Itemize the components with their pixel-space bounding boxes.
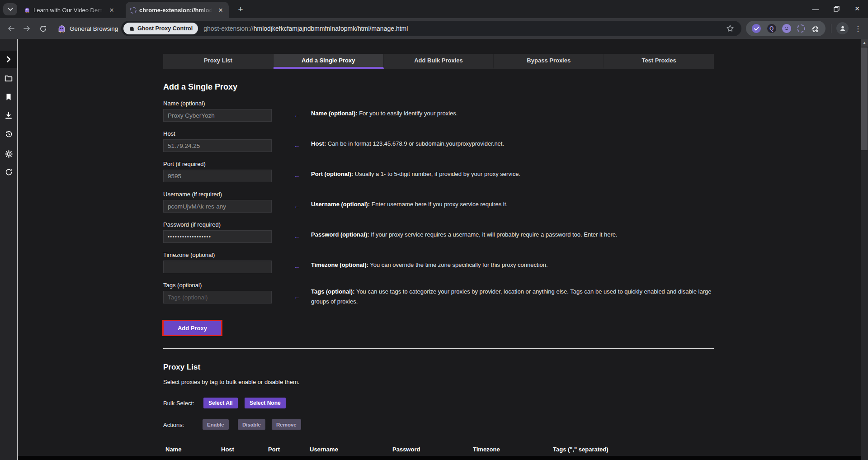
restore-icon <box>834 6 840 12</box>
username-input[interactable] <box>163 200 272 213</box>
folder-icon <box>5 75 13 82</box>
sidebar-refresh-button[interactable] <box>0 165 17 179</box>
reload-icon <box>39 25 47 33</box>
forward-button[interactable] <box>21 23 33 34</box>
col-password: Password <box>392 446 420 453</box>
tab-proxy-list[interactable]: Proxy List <box>163 54 274 69</box>
tags-field-group: Tags (optional) <box>163 282 272 304</box>
back-arrow-icon <box>7 25 15 32</box>
sidebar-downloads-button[interactable] <box>0 109 17 122</box>
password-label: Password (if required) <box>163 221 272 228</box>
tab-add-single-proxy[interactable]: Add a Single Proxy <box>274 54 384 69</box>
timezone-label: Timezone (optional) <box>163 251 272 258</box>
table-row-strip <box>18 456 861 460</box>
col-host: Host <box>221 446 234 453</box>
sidebar-expand-button[interactable] <box>0 52 17 66</box>
left-arrow-icon: ← <box>292 293 302 300</box>
extensions-puzzle-icon[interactable] <box>811 24 820 33</box>
new-tab-button[interactable]: + <box>235 4 246 15</box>
password-help-text: Password (optional): If your proxy servi… <box>311 230 714 240</box>
dashed-circle-extension-icon[interactable] <box>797 24 805 33</box>
page-scrollbar[interactable]: ▲ <box>861 39 868 460</box>
dashed-circle-favicon-icon <box>130 7 137 14</box>
content-column: Proxy List Add a Single Proxy Add Bulk P… <box>163 39 714 460</box>
port-label: Port (if required) <box>163 161 272 167</box>
window-minimize-button[interactable]: — <box>806 0 826 17</box>
browser-tab-active[interactable]: chrome-extension://hmlodjke ✕ <box>126 2 229 18</box>
profile-chip[interactable]: General Browsing <box>54 22 121 35</box>
select-all-button[interactable]: Select All <box>203 398 238 408</box>
browser-toolbar: General Browsing Ghost Proxy Control gho… <box>0 18 868 39</box>
check-circle-extension-icon[interactable] <box>752 24 761 33</box>
chevron-down-icon <box>8 8 13 11</box>
enable-button[interactable]: Enable <box>203 419 229 430</box>
actions-label: Actions: <box>163 422 184 428</box>
url-text: ghost-extension://hmlodjkefkcfamjajndbmm… <box>203 25 408 32</box>
sidebar-settings-button[interactable] <box>0 147 17 161</box>
name-input[interactable] <box>163 109 272 122</box>
password-field-group: Password (if required) <box>163 221 272 243</box>
host-help-text: Host: Can be in format 123.45.678.9 or s… <box>311 139 714 149</box>
bookmark-star-button[interactable] <box>726 24 734 33</box>
tags-input[interactable] <box>163 291 272 304</box>
scrollbar-thumb[interactable] <box>861 47 868 150</box>
ghost-chip-icon <box>129 26 135 32</box>
refresh-icon <box>5 168 13 176</box>
q-extension-icon[interactable]: Q <box>767 24 776 33</box>
window-restore-button[interactable] <box>826 0 846 17</box>
reload-button[interactable] <box>37 23 49 34</box>
tab-title: Learn with Our Video Demos - Gho <box>33 7 105 14</box>
history-clock-icon <box>5 130 13 138</box>
proxy-list-heading: Proxy List <box>163 363 200 372</box>
name-help-text: Name (optional): For you to easily ident… <box>311 109 714 119</box>
port-input[interactable] <box>163 170 272 182</box>
tab-search-button[interactable] <box>3 3 17 15</box>
col-timezone: Timezone <box>473 446 500 453</box>
profile-avatar[interactable] <box>836 22 849 34</box>
address-bar[interactable]: Ghost Proxy Control ghost-extension://hm… <box>121 21 741 36</box>
port-help-text: Port (optional): Usually a 1- to 5-digit… <box>311 169 714 179</box>
sidebar-bookmarks-button[interactable] <box>0 90 17 104</box>
remove-button[interactable]: Remove <box>272 419 301 430</box>
profile-label: General Browsing <box>70 25 118 32</box>
proxy-table-header: Name Host Port Username Password Timezon… <box>163 446 714 455</box>
scroll-up-arrow[interactable]: ▲ <box>861 39 868 47</box>
browser-menu-button[interactable]: ⋮ <box>853 23 863 34</box>
window-close-button[interactable]: ✕ <box>847 0 867 17</box>
left-arrow-icon: ← <box>292 263 302 270</box>
person-icon <box>839 25 846 32</box>
close-tab-icon[interactable]: ✕ <box>108 6 116 14</box>
browser-tab-inactive[interactable]: Learn with Our Video Demos - Gho ✕ <box>19 2 120 18</box>
extension-page: Proxy List Add a Single Proxy Add Bulk P… <box>18 39 861 460</box>
tab-bypass-proxies[interactable]: Bypass Proxies <box>494 54 604 69</box>
bookmark-icon <box>5 93 12 101</box>
extension-name-chip[interactable]: Ghost Proxy Control <box>123 23 198 34</box>
browser-titlebar: Learn with Our Video Demos - Gho ✕ chrom… <box>0 0 868 18</box>
disable-button[interactable]: Disable <box>238 419 265 430</box>
username-label: Username (if required) <box>163 191 272 198</box>
tab-test-proxies[interactable]: Test Proxies <box>604 54 714 69</box>
sidebar-history-button[interactable] <box>0 127 17 141</box>
extension-name-label: Ghost Proxy Control <box>137 25 193 32</box>
host-field-group: Host <box>163 130 272 152</box>
left-arrow-icon: ← <box>292 142 302 149</box>
browser-sidebar <box>0 39 18 460</box>
page-title: Add a Single Proxy <box>163 82 237 92</box>
back-button[interactable] <box>5 23 17 34</box>
timezone-help-text: Timezone (optional): You can override th… <box>311 260 714 270</box>
ghost-profile-icon <box>57 24 66 33</box>
timezone-input[interactable] <box>163 261 272 273</box>
col-tags: Tags ("," separated) <box>553 446 609 453</box>
col-port: Port <box>268 446 280 453</box>
host-input[interactable] <box>163 139 272 152</box>
page-tab-bar: Proxy List Add a Single Proxy Add Bulk P… <box>163 54 714 69</box>
select-none-button[interactable]: Select None <box>245 398 286 408</box>
tab-add-bulk-proxies[interactable]: Add Bulk Proxies <box>384 54 494 69</box>
sidebar-folder-button[interactable] <box>0 71 17 85</box>
section-divider <box>163 348 714 349</box>
add-proxy-button[interactable]: Add Proxy <box>162 320 222 336</box>
password-input[interactable] <box>163 230 272 243</box>
gear-icon <box>5 150 13 158</box>
close-tab-icon[interactable]: ✕ <box>217 6 225 14</box>
face-extension-icon[interactable] <box>782 24 791 33</box>
